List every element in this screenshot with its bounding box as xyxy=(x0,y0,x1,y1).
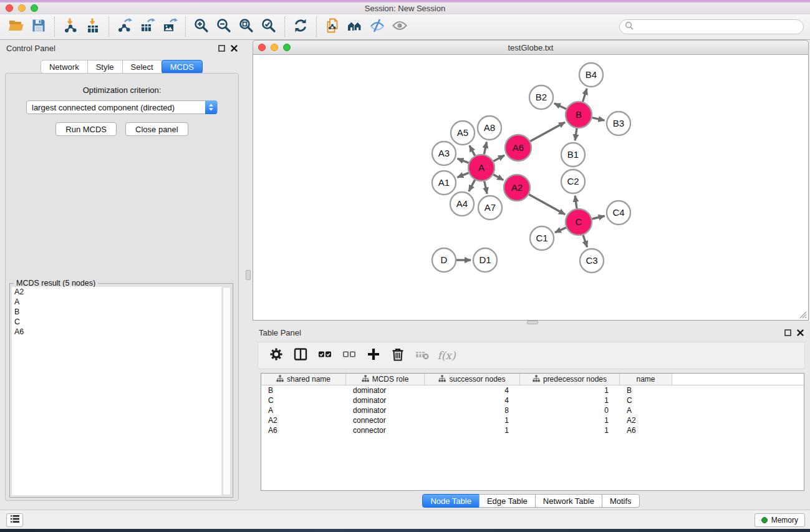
tab-mcds[interactable]: MCDS xyxy=(162,60,203,74)
table-cell[interactable]: 4 xyxy=(425,396,520,405)
edge-A-A2[interactable] xyxy=(493,175,503,180)
table-cell[interactable]: B xyxy=(261,386,346,395)
close-panel-button[interactable]: Close panel xyxy=(125,122,188,136)
edge-B-B1[interactable] xyxy=(575,128,577,140)
delete-column-button[interactable] xyxy=(387,346,408,365)
table-cell[interactable]: 1 xyxy=(425,426,520,435)
select-all-button[interactable] xyxy=(314,346,335,365)
node-B2[interactable]: B2 xyxy=(529,85,553,109)
table-cell[interactable]: dominator xyxy=(346,396,425,405)
visibility-button[interactable] xyxy=(388,16,411,37)
node-A6[interactable]: A6 xyxy=(505,135,531,161)
table-cell[interactable]: C xyxy=(620,396,672,405)
export-table-button[interactable] xyxy=(136,16,158,37)
run-mcds-button[interactable]: Run MCDS xyxy=(55,122,117,136)
table-cell[interactable]: A2 xyxy=(261,416,346,425)
table-cell[interactable]: 1 xyxy=(520,416,620,425)
table-row[interactable]: A6connector11A6 xyxy=(261,425,804,435)
node-D[interactable]: D xyxy=(432,248,456,272)
edge-A-A6[interactable] xyxy=(493,155,504,162)
open-session-button[interactable] xyxy=(5,16,27,37)
close-panel-icon[interactable] xyxy=(797,329,804,336)
column-header-successor-nodes[interactable]: successor nodes xyxy=(425,374,520,385)
result-item[interactable]: A xyxy=(12,297,221,307)
export-network-button[interactable] xyxy=(113,16,136,37)
table-cell[interactable]: 1 xyxy=(425,416,520,425)
edge-C-C1[interactable] xyxy=(555,228,566,233)
resize-grip[interactable] xyxy=(799,311,807,319)
table-cell[interactable]: 1 xyxy=(520,426,620,435)
table-cell[interactable]: 4 xyxy=(425,386,520,395)
node-A2[interactable]: A2 xyxy=(504,175,530,201)
table-cell[interactable]: 0 xyxy=(520,406,620,415)
close-panel-icon[interactable] xyxy=(231,45,238,52)
edge-A-A4[interactable] xyxy=(469,180,475,191)
float-panel-icon[interactable] xyxy=(218,45,225,52)
node-C[interactable]: C xyxy=(566,209,592,235)
memory-button[interactable]: Memory xyxy=(755,513,805,527)
result-item[interactable]: A2 xyxy=(12,287,221,297)
tab-motifs[interactable]: Motifs xyxy=(602,494,640,508)
duplicate-network-button[interactable] xyxy=(321,16,344,37)
edge-A-A8[interactable] xyxy=(484,142,486,155)
task-history-button[interactable] xyxy=(6,513,23,527)
result-list-scrollbar[interactable] xyxy=(223,287,231,495)
edge-B-B3[interactable] xyxy=(592,118,604,120)
tab-edge-table[interactable]: Edge Table xyxy=(479,494,536,508)
edge-B-B2[interactable] xyxy=(554,104,566,109)
zoom-fit-button[interactable] xyxy=(235,16,258,37)
export-image-button[interactable] xyxy=(158,16,181,37)
table-cell[interactable]: A xyxy=(620,406,672,415)
table-cell[interactable]: 1 xyxy=(520,396,620,405)
tab-select[interactable]: Select xyxy=(122,60,162,74)
result-item[interactable]: B xyxy=(12,307,221,317)
node-B3[interactable]: B3 xyxy=(607,112,630,135)
node-C1[interactable]: C1 xyxy=(530,226,554,250)
table-cell[interactable]: 1 xyxy=(520,386,620,395)
search-box[interactable] xyxy=(619,19,804,34)
column-header-name[interactable]: name xyxy=(620,374,672,385)
table-settings-button[interactable] xyxy=(266,346,287,365)
column-header-predecessor-nodes[interactable]: predecessor nodes xyxy=(520,374,620,385)
node-A[interactable]: A xyxy=(468,155,494,181)
node-B1[interactable]: B1 xyxy=(561,143,585,167)
vertical-splitter-handle[interactable] xyxy=(246,270,251,280)
edge-A-A1[interactable] xyxy=(457,173,468,177)
table-row[interactable]: Bdominator41B xyxy=(261,385,804,395)
table-row[interactable]: Adominator80A xyxy=(261,405,804,415)
edge-B-B4[interactable] xyxy=(583,89,587,102)
network-browser-button[interactable] xyxy=(344,16,366,37)
node-C3[interactable]: C3 xyxy=(580,249,604,273)
table-cell[interactable]: A2 xyxy=(620,416,672,425)
add-column-button[interactable] xyxy=(363,346,384,365)
zoom-in-button[interactable] xyxy=(190,16,213,37)
float-panel-icon[interactable] xyxy=(784,329,791,336)
column-preferences-button[interactable] xyxy=(290,346,311,365)
table-cell[interactable]: dominator xyxy=(346,406,425,415)
table-cell[interactable]: B xyxy=(620,386,672,395)
node-A4[interactable]: A4 xyxy=(450,192,474,216)
table-cell[interactable]: A xyxy=(261,406,346,415)
edge-C-C2[interactable] xyxy=(575,196,577,208)
node-C2[interactable]: C2 xyxy=(561,170,585,193)
edge-A-A3[interactable] xyxy=(457,158,468,163)
edge-C-C4[interactable] xyxy=(592,216,604,219)
optimization-criterion-select[interactable]: largest connected component (directed) xyxy=(26,100,218,114)
tab-node-table[interactable]: Node Table xyxy=(422,494,480,508)
edge-A2-C[interactable] xyxy=(529,195,565,215)
node-A7[interactable]: A7 xyxy=(478,196,502,220)
table-cell[interactable]: A6 xyxy=(261,426,346,435)
search-input[interactable] xyxy=(637,22,798,31)
import-table-button[interactable] xyxy=(82,16,104,37)
node-B[interactable]: B xyxy=(566,102,592,128)
edge-A-A5[interactable] xyxy=(470,145,475,155)
result-item[interactable]: A6 xyxy=(12,327,221,337)
table-row[interactable]: A2connector11A2 xyxy=(261,415,804,425)
table-cell[interactable]: A6 xyxy=(620,426,672,435)
column-header-shared-name[interactable]: shared name xyxy=(261,374,346,385)
refresh-button[interactable] xyxy=(289,16,312,37)
table-cell[interactable]: dominator xyxy=(346,386,425,395)
save-session-button[interactable] xyxy=(27,16,50,37)
zoom-out-button[interactable] xyxy=(213,16,235,37)
zoom-selected-button[interactable] xyxy=(258,16,280,37)
